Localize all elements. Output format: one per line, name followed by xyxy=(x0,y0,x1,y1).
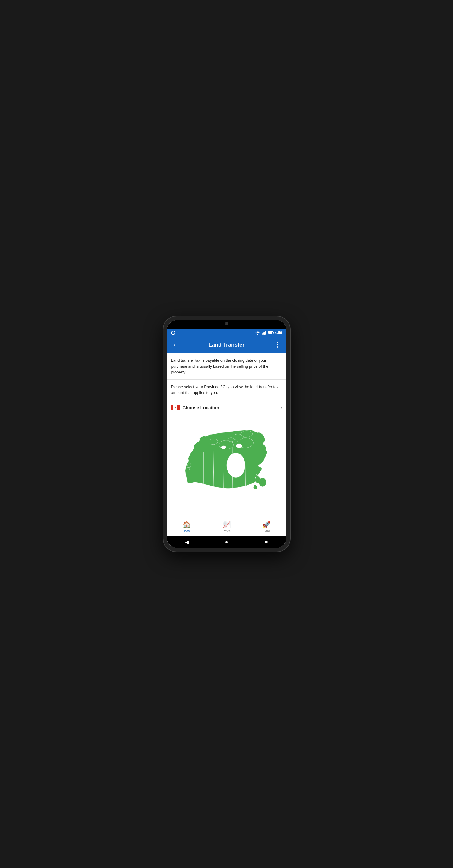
app-bar: ← Land Transfer xyxy=(167,337,286,352)
nav-extra-label: Extra xyxy=(263,530,270,533)
choose-location-row[interactable]: ✦ Choose Location › xyxy=(167,400,286,415)
notification-indicator xyxy=(171,331,175,335)
phone-screen: 4:56 ← Land Transfer Land transfer tax i… xyxy=(167,320,286,548)
svg-point-15 xyxy=(187,467,189,471)
phone-device: 4:56 ← Land Transfer Land transfer tax i… xyxy=(163,316,290,552)
home-icon: 🏠 xyxy=(182,521,191,529)
canada-flag: ✦ xyxy=(171,405,179,410)
description-text: Land transfer tax is payable on the clos… xyxy=(171,358,282,375)
svg-point-14 xyxy=(188,463,191,467)
nav-extra[interactable]: 🚀 Extra xyxy=(247,518,286,536)
more-button[interactable] xyxy=(273,342,282,347)
bottom-nav: 🏠 Home 📈 Rates 🚀 Extra xyxy=(167,517,286,536)
svg-point-12 xyxy=(228,438,234,442)
android-home-button[interactable]: ● xyxy=(222,539,231,545)
camera-lens xyxy=(225,323,228,326)
signal-icon xyxy=(262,331,266,335)
status-bar: 4:56 xyxy=(167,329,286,337)
nav-rates[interactable]: 📈 Rates xyxy=(207,518,247,536)
nav-rates-label: Rates xyxy=(222,530,230,533)
app-title: Land Transfer xyxy=(181,342,273,348)
svg-point-9 xyxy=(208,439,218,444)
svg-point-16 xyxy=(259,478,266,487)
svg-point-8 xyxy=(221,446,226,449)
extra-icon: 🚀 xyxy=(262,521,271,529)
nav-home[interactable]: 🏠 Home xyxy=(167,518,207,536)
choose-location-label: Choose Location xyxy=(182,405,277,410)
canada-map xyxy=(175,425,278,507)
battery-icon xyxy=(268,331,273,334)
svg-point-6 xyxy=(236,444,242,448)
status-time: 4:56 xyxy=(275,331,282,335)
nav-home-label: Home xyxy=(182,530,191,533)
status-right: 4:56 xyxy=(255,331,282,335)
back-button[interactable]: ← xyxy=(171,341,181,349)
chevron-right-icon: › xyxy=(280,404,282,411)
maple-leaf-icon: ✦ xyxy=(174,406,176,409)
content-area: Land transfer tax is payable on the clos… xyxy=(167,352,286,517)
svg-point-11 xyxy=(241,430,252,437)
phone-top-bar xyxy=(167,320,286,329)
description-block: Land transfer tax is payable on the clos… xyxy=(167,352,286,380)
android-nav-bar: ◀ ● ■ xyxy=(167,536,286,548)
status-left xyxy=(171,331,175,335)
android-back-button[interactable]: ◀ xyxy=(182,539,191,545)
canada-map-container xyxy=(167,415,286,518)
wifi-icon xyxy=(255,331,260,335)
rates-icon: 📈 xyxy=(222,521,231,529)
svg-point-13 xyxy=(227,453,245,478)
android-recent-button[interactable]: ■ xyxy=(262,539,271,545)
instruction-block: Please select your Province / City to vi… xyxy=(167,380,286,400)
instruction-text: Please select your Province / City to vi… xyxy=(171,384,282,396)
